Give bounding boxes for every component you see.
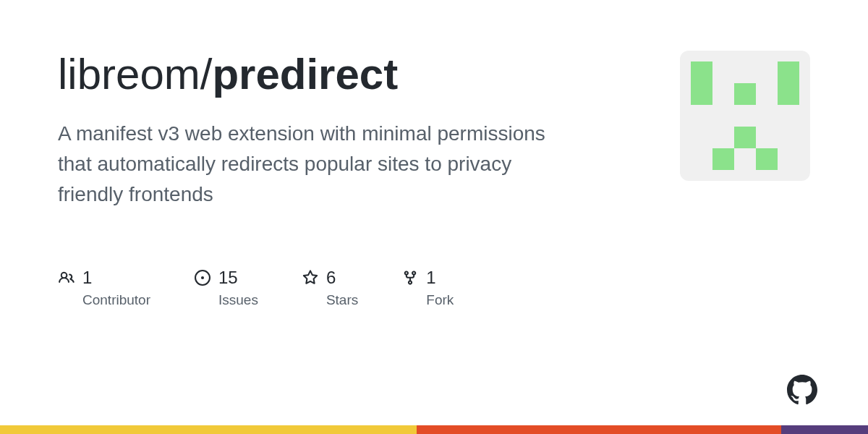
language-segment-2 bbox=[781, 425, 868, 434]
stat-forks-label: Fork bbox=[426, 292, 454, 308]
svg-rect-4 bbox=[712, 148, 734, 170]
repo-separator: / bbox=[200, 50, 213, 98]
stat-issues-value: 15 bbox=[218, 268, 238, 288]
stat-stars-label: Stars bbox=[326, 292, 358, 308]
github-logo-icon bbox=[787, 375, 817, 405]
repo-description: A manifest v3 web extension with minimal… bbox=[58, 119, 579, 210]
repo-owner: libreom bbox=[58, 50, 200, 98]
stat-stars: 6 Stars bbox=[302, 268, 358, 308]
repo-avatar bbox=[680, 51, 810, 181]
stat-forks-value: 1 bbox=[426, 268, 435, 288]
repo-title: libreom/predirect bbox=[58, 51, 579, 98]
stat-issues: 15 Issues bbox=[194, 268, 258, 308]
identicon-icon bbox=[691, 61, 799, 170]
language-segment-0 bbox=[0, 425, 417, 434]
svg-rect-0 bbox=[691, 61, 712, 105]
star-icon bbox=[302, 269, 319, 286]
stat-forks: 1 Fork bbox=[401, 268, 454, 308]
stat-contributors-label: Contributor bbox=[82, 292, 150, 308]
stat-contributors-value: 1 bbox=[82, 268, 92, 288]
repo-name: predirect bbox=[212, 50, 398, 98]
svg-rect-5 bbox=[756, 148, 778, 170]
svg-rect-2 bbox=[734, 83, 756, 105]
fork-icon bbox=[401, 269, 419, 286]
repo-stats: 1 Contributor 15 Issues 6 bbox=[58, 268, 579, 308]
language-bar bbox=[0, 425, 868, 434]
repo-summary: libreom/predirect A manifest v3 web exte… bbox=[58, 51, 579, 434]
people-icon bbox=[58, 269, 75, 286]
language-segment-1 bbox=[417, 425, 781, 434]
stat-issues-label: Issues bbox=[218, 292, 258, 308]
stat-contributors: 1 Contributor bbox=[58, 268, 150, 308]
svg-rect-3 bbox=[734, 127, 756, 148]
stat-stars-value: 6 bbox=[326, 268, 336, 288]
issue-icon bbox=[194, 269, 211, 286]
svg-rect-1 bbox=[778, 61, 799, 105]
